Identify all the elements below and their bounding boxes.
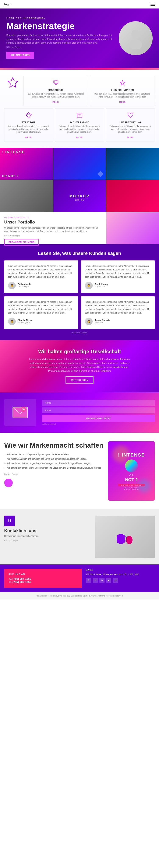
- feature-text-ergebnisse: Duis cum diam sit. At imperdiet dui accu…: [26, 93, 85, 98]
- contact-top: U Kontaktiere uns Hochwertige Designdien…: [0, 509, 159, 564]
- newsletter-name-input[interactable]: [42, 400, 155, 406]
- portfolio-item-red[interactable]: [106, 180, 159, 212]
- newsletter-subscribe-button[interactable]: ABONNIERE JETZT: [42, 415, 155, 422]
- diamond-icon: [25, 111, 33, 120]
- contact-img-placeholder: [95, 516, 155, 558]
- social-twitter[interactable]: t: [93, 578, 98, 583]
- contact-call-block: RUF UNS AN +1 (756) 987-1252 +1 (756) 98…: [4, 569, 82, 588]
- brand-dot: [4, 478, 13, 487]
- contact-phone-2[interactable]: +1 (756) 987-1252: [8, 580, 77, 584]
- newsletter-credit: Bild von Freepik: [42, 423, 155, 425]
- feature-link-strategie[interactable]: MEHR: [26, 136, 32, 138]
- intense-badge-not: NOT ?: [118, 477, 145, 482]
- testimonial-author-3: 👩 Phoebe Nelson Marketingleiter: [8, 318, 74, 325]
- navbar: logo: [0, 0, 159, 8]
- company-title: Wir halten großartige Gesellschaft: [6, 349, 153, 355]
- author-role-2: Projektleiter: [95, 285, 108, 288]
- hero-image: [119, 21, 153, 55]
- svg-marker-13: [98, 171, 104, 177]
- intense-badge-sub: LASER INTENSE: [118, 487, 145, 488]
- testimonials-section: Lesen Sie, was unsere Kunden sagen Proin…: [0, 244, 159, 340]
- brand-title: Wie wir Markenmacht schaffen: [4, 441, 104, 449]
- testimonials-title: Lesen Sie, was unsere Kunden sagen: [4, 251, 155, 256]
- intense-badge-or: OR: [118, 474, 145, 476]
- feature-link-sachverstand[interactable]: MEHR: [76, 136, 83, 138]
- testimonial-text-4: Proin sed libero enim sed faucibus torto…: [85, 300, 151, 315]
- heart-icon: [126, 111, 134, 120]
- feature-card-strategie: STRATEGIE Duis cum diam sit. At imperdie…: [4, 108, 53, 142]
- brand-list-item-1: Wir beobachten und pflegen die Spannunge…: [4, 453, 104, 456]
- star-icon: [118, 79, 127, 87]
- portfolio-credit: Bilder von Freepik: [4, 235, 102, 237]
- feature-link-unterstutzung[interactable]: MEHR: [127, 136, 134, 138]
- avatar-placeholder-1: 👩: [8, 282, 16, 289]
- main-feature-icon: [4, 76, 21, 89]
- intense-badge-brand: BRAND SOLUTIONS: [118, 484, 145, 486]
- nav-logo: logo: [4, 3, 11, 6]
- company-text: Lorem ipsum bibendum at varius. Libero v…: [29, 357, 130, 373]
- nav-menu-button[interactable]: [151, 3, 155, 6]
- contact-credit: Bild von Freepik: [4, 539, 91, 542]
- author-name-3: Phoebe Nelson: [18, 319, 33, 321]
- svg-rect-3: [55, 80, 57, 83]
- portfolio-item-intense[interactable]: ! INTENSE OR NOT ?: [0, 148, 53, 180]
- trophy-icon: [51, 79, 60, 87]
- features-section: ERGEBNISSE Duis cum diam sit. At imperdi…: [0, 70, 159, 148]
- feature-link-ergebnisse[interactable]: MEHR: [52, 101, 59, 103]
- feature-text-sachverstand: Duis cum diam sit. At imperdiet dui accu…: [58, 125, 101, 134]
- portfolio-item-mockup[interactable]: ✦ MOCKUP DESIGN: [53, 180, 106, 212]
- feature-text-unterstutzung: Duis cum diam sit. At imperdiet dui accu…: [109, 125, 152, 134]
- testimonial-card-1: Proin sed libero enim sed faucibus torto…: [4, 260, 78, 293]
- contact-phone-1[interactable]: +1 (756) 987-1252: [8, 577, 77, 580]
- author-role-4: Journalist: [95, 321, 110, 323]
- feature-card-ergebnisse: ERGEBNISSE Duis cum diam sit. At imperdi…: [23, 76, 88, 106]
- feature-title-strategie: STRATEGIE: [7, 121, 50, 124]
- portfolio-label: Unser Portfolio: [4, 217, 102, 219]
- hero-cta-button[interactable]: WEITERLESEN: [6, 52, 34, 59]
- testimonial-author-1: 👩 Celia Almeda CEO Freepik: [8, 282, 74, 289]
- contact-subtitle: Hochwertige Designdienstleistungen: [4, 534, 91, 538]
- brand-list-item-3: Wir verbinden die überzeugendsten Spannu…: [4, 462, 104, 465]
- social-linkedin[interactable]: in: [100, 578, 105, 583]
- testimonial-author-2: 👨 Frank Kinney Projektleiter: [85, 282, 151, 289]
- footer-text: Fathans.com 752 Is always the best buy. …: [4, 595, 155, 597]
- newsletter-image: 3D: [4, 399, 38, 426]
- avatar-placeholder-4: 👩: [85, 318, 93, 325]
- brand-list-item-4: Wir entwickeln lernorientierte und lerno…: [4, 466, 104, 470]
- portfolio-cta-button[interactable]: ERFAHREN SIE MEHR: [4, 239, 39, 246]
- feature-title-auszeichnungen: AUSZEICHNUNGEN: [93, 89, 152, 91]
- svg-point-0: [131, 30, 140, 38]
- feature-card-auszeichnungen: AUSZEICHNUNGEN Duis cum diam sit. At imp…: [90, 76, 155, 106]
- testimonials-grid: Proin sed libero enim sed faucibus torto…: [4, 260, 155, 329]
- brand-section: Wie wir Markenmacht schaffen Wir beobach…: [0, 433, 159, 509]
- feature-link-auszeichnungen[interactable]: MEHR: [119, 101, 126, 103]
- author-name-1: Celia Almeda: [18, 283, 31, 285]
- newsletter-img-placeholder: 3D: [4, 399, 36, 426]
- svg-text:3D: 3D: [22, 408, 25, 411]
- portfolio-title: Unser Portfolio: [4, 220, 102, 224]
- company-cta-button[interactable]: WEITERLESEN: [66, 376, 93, 384]
- author-avatar-2: 👨: [85, 282, 93, 289]
- portfolio-item-blue[interactable]: [53, 148, 106, 180]
- social-icons: f t in ▶ p: [86, 578, 155, 583]
- contact-address: 175 Block Street, 25 Aveneu, New York, N…: [86, 573, 155, 576]
- feature-title-ergebnisse: ERGEBNISSE: [26, 89, 85, 91]
- brand-list-item-2: Wir fassen, sammeln und schulden des Bev…: [4, 457, 104, 461]
- social-pinterest[interactable]: p: [113, 578, 118, 583]
- contact-logo-box: U: [4, 516, 15, 526]
- contact-title: Kontaktiere uns: [4, 528, 91, 533]
- brand-credit: Bild von Freepik: [4, 473, 104, 475]
- social-facebook[interactable]: f: [86, 578, 91, 583]
- contact-call-title: RUF UNS AN: [8, 573, 77, 576]
- testimonial-card-3: Proin sed libero enim sed faucibus torto…: [4, 296, 78, 329]
- portfolio-item-phone[interactable]: [106, 148, 159, 180]
- author-avatar-1: 👩: [8, 282, 16, 289]
- newsletter-section: 3D ABONNIERE JETZT Bild von Freepik: [0, 392, 159, 433]
- intense-badge: ! INTENSE OR NOT ? BRAND SOLUTIONS LASER…: [108, 441, 155, 501]
- portfolio-section: ! INTENSE OR NOT ? ✦ MOCKUP: [0, 148, 159, 244]
- social-youtube[interactable]: ▶: [106, 578, 111, 583]
- brand-list: Wir beobachten und pflegen die Spannunge…: [4, 453, 104, 470]
- newsletter-email-input[interactable]: [42, 407, 155, 413]
- portfolio-item-figure[interactable]: [0, 180, 53, 212]
- hero-label: ÜBER DAS UNTERNEHMEN: [6, 17, 115, 20]
